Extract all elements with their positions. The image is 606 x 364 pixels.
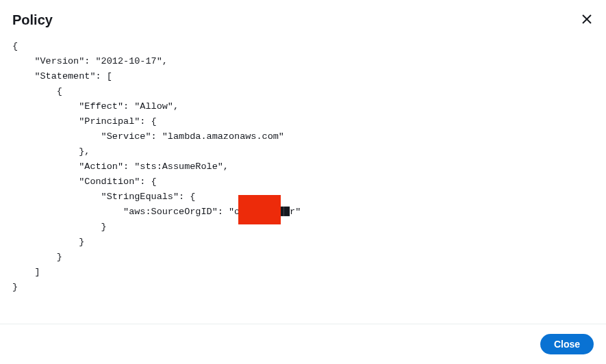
code-line: "Principal": { — [12, 116, 157, 127]
policy-modal: Policy { "Version": "2012-10-17", "State… — [0, 0, 606, 364]
code-line: ] — [12, 267, 40, 277]
code-line: } — [12, 222, 107, 232]
code-line: } — [12, 282, 18, 292]
code-line: "StringEquals": { — [12, 192, 195, 202]
code-line: "Version": "2012-10-17", — [12, 56, 168, 66]
close-button[interactable]: Close — [540, 334, 594, 354]
redaction-block — [238, 195, 281, 224]
code-line: }, — [12, 146, 90, 157]
code-line: "Effect": "Allow", — [12, 101, 179, 112]
modal-footer: Close — [0, 324, 606, 364]
code-line: "Action": "sts:AssumeRole", — [12, 161, 229, 172]
close-icon[interactable] — [580, 12, 594, 26]
code-line: "Statement": [ — [12, 71, 112, 81]
code-line: } — [12, 252, 62, 262]
code-line: } — [12, 237, 84, 247]
policy-json-code: { "Version": "2012-10-17", "Statement": … — [12, 39, 594, 295]
code-line: "Condition": { — [12, 177, 157, 187]
modal-header: Policy — [0, 0, 606, 34]
code-line: { — [12, 86, 62, 96]
modal-body: { "Version": "2012-10-17", "Statement": … — [0, 34, 606, 324]
code-line: { — [12, 41, 18, 51]
code-line: "Service": "lambda.amazonaws.com" — [12, 131, 284, 142]
modal-title: Policy — [12, 12, 53, 28]
